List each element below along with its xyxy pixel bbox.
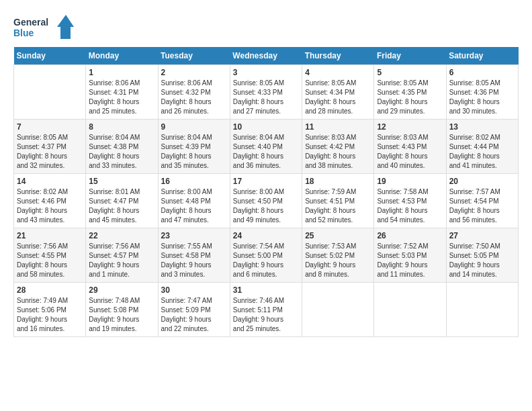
calendar-cell: 11Sunrise: 8:03 AM Sunset: 4:42 PM Dayli…	[302, 120, 374, 174]
day-info: Sunrise: 7:56 AM Sunset: 4:57 PM Dayligh…	[89, 242, 154, 279]
calendar-header-row: SundayMondayTuesdayWednesdayThursdayFrid…	[14, 47, 519, 65]
day-number: 15	[89, 177, 154, 186]
day-info: Sunrise: 8:05 AM Sunset: 4:36 PM Dayligh…	[449, 79, 515, 116]
day-number: 3	[233, 68, 299, 77]
day-info: Sunrise: 8:05 AM Sunset: 4:35 PM Dayligh…	[377, 79, 443, 116]
header-monday: Monday	[86, 47, 158, 65]
header-thursday: Thursday	[302, 47, 374, 65]
day-info: Sunrise: 7:48 AM Sunset: 5:08 PM Dayligh…	[89, 296, 154, 334]
day-number: 28	[17, 285, 83, 295]
day-info: Sunrise: 7:52 AM Sunset: 5:03 PM Dayligh…	[377, 242, 443, 279]
day-info: Sunrise: 7:57 AM Sunset: 4:54 PM Dayligh…	[449, 187, 515, 225]
day-number: 22	[89, 231, 154, 240]
day-number: 19	[377, 177, 443, 186]
calendar-cell: 27Sunrise: 7:50 AM Sunset: 5:05 PM Dayli…	[446, 228, 518, 283]
day-number: 20	[449, 177, 515, 186]
day-number: 17	[233, 177, 299, 186]
calendar-cell: 17Sunrise: 8:00 AM Sunset: 4:50 PM Dayli…	[230, 174, 302, 228]
day-info: Sunrise: 8:06 AM Sunset: 4:32 PM Dayligh…	[161, 79, 227, 116]
calendar-cell: 2Sunrise: 8:06 AM Sunset: 4:32 PM Daylig…	[158, 65, 230, 120]
calendar-cell: 19Sunrise: 7:58 AM Sunset: 4:53 PM Dayli…	[374, 174, 446, 228]
day-info: Sunrise: 8:05 AM Sunset: 4:37 PM Dayligh…	[17, 133, 83, 171]
day-number: 2	[161, 68, 227, 77]
calendar-week-row: 7Sunrise: 8:05 AM Sunset: 4:37 PM Daylig…	[14, 120, 519, 174]
day-info: Sunrise: 8:01 AM Sunset: 4:47 PM Dayligh…	[89, 187, 154, 225]
day-number: 21	[17, 231, 83, 240]
svg-text:Blue: Blue	[13, 28, 34, 38]
day-info: Sunrise: 8:00 AM Sunset: 4:50 PM Dayligh…	[233, 187, 299, 225]
calendar-cell: 31Sunrise: 7:46 AM Sunset: 5:11 PM Dayli…	[230, 283, 302, 337]
calendar-cell: 9Sunrise: 8:04 AM Sunset: 4:39 PM Daylig…	[158, 120, 230, 174]
day-number: 14	[17, 177, 83, 186]
calendar-cell: 4Sunrise: 8:05 AM Sunset: 4:34 PM Daylig…	[302, 65, 374, 120]
calendar-cell: 15Sunrise: 8:01 AM Sunset: 4:47 PM Dayli…	[86, 174, 158, 228]
calendar-cell: 28Sunrise: 7:49 AM Sunset: 5:06 PM Dayli…	[14, 283, 86, 337]
day-info: Sunrise: 7:53 AM Sunset: 5:02 PM Dayligh…	[305, 242, 371, 279]
day-info: Sunrise: 7:50 AM Sunset: 5:05 PM Dayligh…	[449, 242, 515, 279]
calendar-cell	[446, 283, 518, 337]
day-info: Sunrise: 8:03 AM Sunset: 4:43 PM Dayligh…	[377, 133, 443, 171]
day-info: Sunrise: 8:02 AM Sunset: 4:44 PM Dayligh…	[449, 133, 515, 171]
day-number: 30	[161, 285, 227, 295]
day-number: 10	[233, 122, 299, 132]
day-info: Sunrise: 8:04 AM Sunset: 4:40 PM Dayligh…	[233, 133, 299, 171]
day-number: 24	[233, 231, 299, 240]
day-info: Sunrise: 7:59 AM Sunset: 4:51 PM Dayligh…	[305, 187, 371, 225]
calendar-cell: 6Sunrise: 8:05 AM Sunset: 4:36 PM Daylig…	[446, 65, 518, 120]
logo: General Blue	[13, 13, 74, 40]
day-info: Sunrise: 7:47 AM Sunset: 5:09 PM Dayligh…	[161, 296, 227, 334]
day-info: Sunrise: 8:00 AM Sunset: 4:48 PM Dayligh…	[161, 187, 227, 225]
logo-svg: General Blue	[13, 13, 74, 40]
day-info: Sunrise: 8:04 AM Sunset: 4:38 PM Dayligh…	[89, 133, 154, 171]
day-info: Sunrise: 8:02 AM Sunset: 4:46 PM Dayligh…	[17, 187, 83, 225]
calendar-week-row: 14Sunrise: 8:02 AM Sunset: 4:46 PM Dayli…	[14, 174, 519, 228]
calendar-cell: 23Sunrise: 7:55 AM Sunset: 4:58 PM Dayli…	[158, 228, 230, 283]
day-info: Sunrise: 8:05 AM Sunset: 4:34 PM Dayligh…	[305, 79, 371, 116]
header-sunday: Sunday	[14, 47, 86, 65]
page-header: General Blue	[13, 13, 519, 40]
header-saturday: Saturday	[446, 47, 518, 65]
svg-text:General: General	[13, 17, 48, 28]
day-number: 7	[17, 122, 83, 132]
day-number: 18	[305, 177, 371, 186]
calendar-cell: 21Sunrise: 7:56 AM Sunset: 4:55 PM Dayli…	[14, 228, 86, 283]
day-number: 5	[377, 68, 443, 77]
calendar-cell	[14, 65, 86, 120]
calendar-cell: 22Sunrise: 7:56 AM Sunset: 4:57 PM Dayli…	[86, 228, 158, 283]
day-number: 11	[305, 122, 371, 132]
day-info: Sunrise: 7:56 AM Sunset: 4:55 PM Dayligh…	[17, 242, 83, 279]
calendar-cell: 20Sunrise: 7:57 AM Sunset: 4:54 PM Dayli…	[446, 174, 518, 228]
day-number: 13	[449, 122, 515, 132]
day-number: 25	[305, 231, 371, 240]
calendar-cell: 25Sunrise: 7:53 AM Sunset: 5:02 PM Dayli…	[302, 228, 374, 283]
calendar-cell: 3Sunrise: 8:05 AM Sunset: 4:33 PM Daylig…	[230, 65, 302, 120]
day-info: Sunrise: 7:58 AM Sunset: 4:53 PM Dayligh…	[377, 187, 443, 225]
day-number: 16	[161, 177, 227, 186]
svg-marker-2	[57, 15, 74, 39]
calendar-cell: 14Sunrise: 8:02 AM Sunset: 4:46 PM Dayli…	[14, 174, 86, 228]
calendar-cell: 30Sunrise: 7:47 AM Sunset: 5:09 PM Dayli…	[158, 283, 230, 337]
day-info: Sunrise: 7:55 AM Sunset: 4:58 PM Dayligh…	[161, 242, 227, 279]
day-info: Sunrise: 8:06 AM Sunset: 4:31 PM Dayligh…	[89, 79, 154, 116]
calendar-cell: 26Sunrise: 7:52 AM Sunset: 5:03 PM Dayli…	[374, 228, 446, 283]
calendar-cell: 24Sunrise: 7:54 AM Sunset: 5:00 PM Dayli…	[230, 228, 302, 283]
calendar-week-row: 1Sunrise: 8:06 AM Sunset: 4:31 PM Daylig…	[14, 65, 519, 120]
day-info: Sunrise: 7:46 AM Sunset: 5:11 PM Dayligh…	[233, 296, 299, 334]
day-number: 1	[89, 68, 154, 77]
calendar-cell: 13Sunrise: 8:02 AM Sunset: 4:44 PM Dayli…	[446, 120, 518, 174]
calendar-cell: 16Sunrise: 8:00 AM Sunset: 4:48 PM Dayli…	[158, 174, 230, 228]
calendar-cell: 1Sunrise: 8:06 AM Sunset: 4:31 PM Daylig…	[86, 65, 158, 120]
calendar-cell	[374, 283, 446, 337]
day-number: 9	[161, 122, 227, 132]
day-info: Sunrise: 8:03 AM Sunset: 4:42 PM Dayligh…	[305, 133, 371, 171]
calendar-week-row: 21Sunrise: 7:56 AM Sunset: 4:55 PM Dayli…	[14, 228, 519, 283]
day-number: 23	[161, 231, 227, 240]
day-number: 31	[233, 285, 299, 295]
day-number: 8	[89, 122, 154, 132]
header-friday: Friday	[374, 47, 446, 65]
calendar-cell: 5Sunrise: 8:05 AM Sunset: 4:35 PM Daylig…	[374, 65, 446, 120]
day-info: Sunrise: 8:05 AM Sunset: 4:33 PM Dayligh…	[233, 79, 299, 116]
day-info: Sunrise: 7:54 AM Sunset: 5:00 PM Dayligh…	[233, 242, 299, 279]
day-info: Sunrise: 7:49 AM Sunset: 5:06 PM Dayligh…	[17, 296, 83, 334]
day-number: 27	[449, 231, 515, 240]
